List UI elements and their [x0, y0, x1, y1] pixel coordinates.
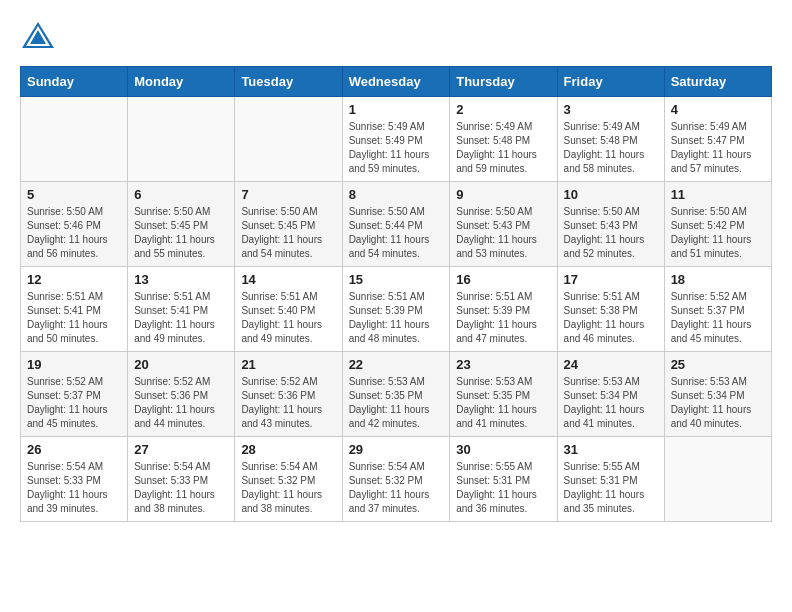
calendar-cell: 19Sunrise: 5:52 AM Sunset: 5:37 PM Dayli… — [21, 352, 128, 437]
day-number: 3 — [564, 102, 658, 117]
day-number: 25 — [671, 357, 765, 372]
calendar-cell: 23Sunrise: 5:53 AM Sunset: 5:35 PM Dayli… — [450, 352, 557, 437]
day-info: Sunrise: 5:50 AM Sunset: 5:46 PM Dayligh… — [27, 205, 121, 261]
day-number: 6 — [134, 187, 228, 202]
day-number: 21 — [241, 357, 335, 372]
calendar-cell — [664, 437, 771, 522]
day-info: Sunrise: 5:51 AM Sunset: 5:40 PM Dayligh… — [241, 290, 335, 346]
calendar-cell: 12Sunrise: 5:51 AM Sunset: 5:41 PM Dayli… — [21, 267, 128, 352]
calendar-week-row: 19Sunrise: 5:52 AM Sunset: 5:37 PM Dayli… — [21, 352, 772, 437]
day-number: 20 — [134, 357, 228, 372]
col-header-friday: Friday — [557, 67, 664, 97]
day-info: Sunrise: 5:52 AM Sunset: 5:37 PM Dayligh… — [27, 375, 121, 431]
day-number: 16 — [456, 272, 550, 287]
day-info: Sunrise: 5:55 AM Sunset: 5:31 PM Dayligh… — [456, 460, 550, 516]
day-number: 2 — [456, 102, 550, 117]
day-info: Sunrise: 5:49 AM Sunset: 5:47 PM Dayligh… — [671, 120, 765, 176]
calendar-cell: 6Sunrise: 5:50 AM Sunset: 5:45 PM Daylig… — [128, 182, 235, 267]
calendar-cell — [21, 97, 128, 182]
day-info: Sunrise: 5:51 AM Sunset: 5:41 PM Dayligh… — [134, 290, 228, 346]
calendar-cell: 15Sunrise: 5:51 AM Sunset: 5:39 PM Dayli… — [342, 267, 450, 352]
day-number: 13 — [134, 272, 228, 287]
day-info: Sunrise: 5:54 AM Sunset: 5:32 PM Dayligh… — [241, 460, 335, 516]
day-info: Sunrise: 5:51 AM Sunset: 5:41 PM Dayligh… — [27, 290, 121, 346]
day-number: 27 — [134, 442, 228, 457]
day-info: Sunrise: 5:51 AM Sunset: 5:38 PM Dayligh… — [564, 290, 658, 346]
calendar-header-row: SundayMondayTuesdayWednesdayThursdayFrid… — [21, 67, 772, 97]
day-info: Sunrise: 5:50 AM Sunset: 5:44 PM Dayligh… — [349, 205, 444, 261]
day-number: 23 — [456, 357, 550, 372]
col-header-sunday: Sunday — [21, 67, 128, 97]
day-info: Sunrise: 5:50 AM Sunset: 5:42 PM Dayligh… — [671, 205, 765, 261]
calendar-cell: 27Sunrise: 5:54 AM Sunset: 5:33 PM Dayli… — [128, 437, 235, 522]
day-number: 28 — [241, 442, 335, 457]
day-info: Sunrise: 5:51 AM Sunset: 5:39 PM Dayligh… — [349, 290, 444, 346]
calendar-cell: 7Sunrise: 5:50 AM Sunset: 5:45 PM Daylig… — [235, 182, 342, 267]
calendar-week-row: 5Sunrise: 5:50 AM Sunset: 5:46 PM Daylig… — [21, 182, 772, 267]
day-number: 18 — [671, 272, 765, 287]
day-number: 9 — [456, 187, 550, 202]
day-info: Sunrise: 5:49 AM Sunset: 5:49 PM Dayligh… — [349, 120, 444, 176]
calendar-cell: 28Sunrise: 5:54 AM Sunset: 5:32 PM Dayli… — [235, 437, 342, 522]
day-info: Sunrise: 5:49 AM Sunset: 5:48 PM Dayligh… — [456, 120, 550, 176]
calendar-cell: 20Sunrise: 5:52 AM Sunset: 5:36 PM Dayli… — [128, 352, 235, 437]
day-info: Sunrise: 5:52 AM Sunset: 5:36 PM Dayligh… — [241, 375, 335, 431]
calendar-cell: 5Sunrise: 5:50 AM Sunset: 5:46 PM Daylig… — [21, 182, 128, 267]
logo-icon — [20, 20, 56, 50]
calendar-table: SundayMondayTuesdayWednesdayThursdayFrid… — [20, 66, 772, 522]
calendar-cell: 9Sunrise: 5:50 AM Sunset: 5:43 PM Daylig… — [450, 182, 557, 267]
calendar-cell: 13Sunrise: 5:51 AM Sunset: 5:41 PM Dayli… — [128, 267, 235, 352]
day-number: 14 — [241, 272, 335, 287]
col-header-monday: Monday — [128, 67, 235, 97]
calendar-week-row: 12Sunrise: 5:51 AM Sunset: 5:41 PM Dayli… — [21, 267, 772, 352]
calendar-cell: 3Sunrise: 5:49 AM Sunset: 5:48 PM Daylig… — [557, 97, 664, 182]
calendar-cell: 17Sunrise: 5:51 AM Sunset: 5:38 PM Dayli… — [557, 267, 664, 352]
day-number: 17 — [564, 272, 658, 287]
day-number: 10 — [564, 187, 658, 202]
calendar-cell: 25Sunrise: 5:53 AM Sunset: 5:34 PM Dayli… — [664, 352, 771, 437]
day-info: Sunrise: 5:53 AM Sunset: 5:35 PM Dayligh… — [349, 375, 444, 431]
calendar-cell: 22Sunrise: 5:53 AM Sunset: 5:35 PM Dayli… — [342, 352, 450, 437]
col-header-thursday: Thursday — [450, 67, 557, 97]
calendar-cell: 4Sunrise: 5:49 AM Sunset: 5:47 PM Daylig… — [664, 97, 771, 182]
day-number: 12 — [27, 272, 121, 287]
day-info: Sunrise: 5:50 AM Sunset: 5:43 PM Dayligh… — [456, 205, 550, 261]
calendar-cell: 11Sunrise: 5:50 AM Sunset: 5:42 PM Dayli… — [664, 182, 771, 267]
day-number: 11 — [671, 187, 765, 202]
day-info: Sunrise: 5:51 AM Sunset: 5:39 PM Dayligh… — [456, 290, 550, 346]
day-number: 4 — [671, 102, 765, 117]
calendar-cell: 24Sunrise: 5:53 AM Sunset: 5:34 PM Dayli… — [557, 352, 664, 437]
logo — [20, 20, 60, 50]
day-number: 22 — [349, 357, 444, 372]
day-info: Sunrise: 5:50 AM Sunset: 5:45 PM Dayligh… — [134, 205, 228, 261]
calendar-cell: 2Sunrise: 5:49 AM Sunset: 5:48 PM Daylig… — [450, 97, 557, 182]
day-number: 19 — [27, 357, 121, 372]
day-number: 7 — [241, 187, 335, 202]
calendar-cell: 26Sunrise: 5:54 AM Sunset: 5:33 PM Dayli… — [21, 437, 128, 522]
calendar-cell: 18Sunrise: 5:52 AM Sunset: 5:37 PM Dayli… — [664, 267, 771, 352]
calendar-cell: 10Sunrise: 5:50 AM Sunset: 5:43 PM Dayli… — [557, 182, 664, 267]
calendar-cell — [128, 97, 235, 182]
day-number: 8 — [349, 187, 444, 202]
calendar-cell: 31Sunrise: 5:55 AM Sunset: 5:31 PM Dayli… — [557, 437, 664, 522]
calendar-cell: 8Sunrise: 5:50 AM Sunset: 5:44 PM Daylig… — [342, 182, 450, 267]
calendar-week-row: 26Sunrise: 5:54 AM Sunset: 5:33 PM Dayli… — [21, 437, 772, 522]
day-info: Sunrise: 5:52 AM Sunset: 5:37 PM Dayligh… — [671, 290, 765, 346]
calendar-week-row: 1Sunrise: 5:49 AM Sunset: 5:49 PM Daylig… — [21, 97, 772, 182]
calendar-cell: 30Sunrise: 5:55 AM Sunset: 5:31 PM Dayli… — [450, 437, 557, 522]
day-info: Sunrise: 5:54 AM Sunset: 5:33 PM Dayligh… — [27, 460, 121, 516]
day-info: Sunrise: 5:54 AM Sunset: 5:32 PM Dayligh… — [349, 460, 444, 516]
day-info: Sunrise: 5:49 AM Sunset: 5:48 PM Dayligh… — [564, 120, 658, 176]
day-number: 24 — [564, 357, 658, 372]
day-number: 15 — [349, 272, 444, 287]
day-number: 5 — [27, 187, 121, 202]
col-header-saturday: Saturday — [664, 67, 771, 97]
day-info: Sunrise: 5:54 AM Sunset: 5:33 PM Dayligh… — [134, 460, 228, 516]
calendar-cell: 14Sunrise: 5:51 AM Sunset: 5:40 PM Dayli… — [235, 267, 342, 352]
day-info: Sunrise: 5:50 AM Sunset: 5:45 PM Dayligh… — [241, 205, 335, 261]
day-info: Sunrise: 5:53 AM Sunset: 5:34 PM Dayligh… — [564, 375, 658, 431]
col-header-wednesday: Wednesday — [342, 67, 450, 97]
day-info: Sunrise: 5:53 AM Sunset: 5:35 PM Dayligh… — [456, 375, 550, 431]
page-header — [20, 20, 772, 50]
day-info: Sunrise: 5:55 AM Sunset: 5:31 PM Dayligh… — [564, 460, 658, 516]
